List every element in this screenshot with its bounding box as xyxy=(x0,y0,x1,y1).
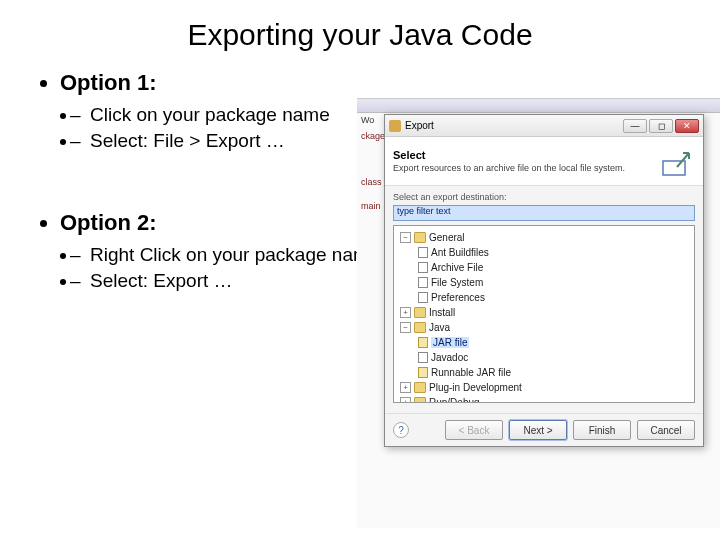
tree-node-install[interactable]: +Install xyxy=(400,305,692,320)
slide-title: Exporting your Java Code xyxy=(0,18,720,52)
finish-button[interactable]: Finish xyxy=(573,420,631,440)
back-button[interactable]: < Back xyxy=(445,420,503,440)
export-app-icon xyxy=(389,120,401,132)
tree-item[interactable]: Runnable JAR file xyxy=(418,365,692,380)
tree-item[interactable]: Archive File xyxy=(418,260,692,275)
svg-rect-0 xyxy=(663,161,685,175)
dialog-titlebar[interactable]: Export — ◻ ✕ xyxy=(385,115,703,137)
tree-item[interactable]: Javadoc xyxy=(418,350,692,365)
option-1-heading: Option 1: xyxy=(60,70,720,96)
option-2-step: Select: Export … xyxy=(78,270,358,292)
option-1-step: Select: File > Export … xyxy=(78,130,358,152)
export-tree[interactable]: −General Ant Buildfiles Archive File Fil… xyxy=(393,225,695,403)
minimize-button[interactable]: — xyxy=(623,119,647,133)
next-button[interactable]: Next > xyxy=(509,420,567,440)
tree-item[interactable]: Ant Buildfiles xyxy=(418,245,692,260)
close-button[interactable]: ✕ xyxy=(675,119,699,133)
dialog-window-title: Export xyxy=(405,120,623,131)
dialog-header-subtitle: Export resources to an archive file on t… xyxy=(393,163,659,173)
dialog-header: Select Export resources to an archive fi… xyxy=(385,137,703,186)
tree-node-rundebug[interactable]: +Run/Debug xyxy=(400,395,692,403)
filter-input[interactable]: type filter text xyxy=(393,205,695,221)
destination-label: Select an export destination: xyxy=(393,192,695,202)
tree-item[interactable]: Preferences xyxy=(418,290,692,305)
tree-node-plugin[interactable]: +Plug-in Development xyxy=(400,380,692,395)
dialog-body: Select an export destination: type filte… xyxy=(385,186,703,413)
tree-item[interactable]: File System xyxy=(418,275,692,290)
tree-node-java[interactable]: −Java xyxy=(400,320,692,335)
export-wizard-icon xyxy=(659,143,695,179)
maximize-button[interactable]: ◻ xyxy=(649,119,673,133)
tree-item-jar[interactable]: JAR file xyxy=(418,335,692,350)
help-button[interactable]: ? xyxy=(393,422,409,438)
tree-node-general[interactable]: −General xyxy=(400,230,692,245)
export-dialog: Export — ◻ ✕ Select Export resources to … xyxy=(384,114,704,447)
cancel-button[interactable]: Cancel xyxy=(637,420,695,440)
dialog-header-title: Select xyxy=(393,149,659,161)
dialog-footer: ? < Back Next > Finish Cancel xyxy=(385,413,703,446)
option-1-step: Click on your package name xyxy=(78,104,358,126)
